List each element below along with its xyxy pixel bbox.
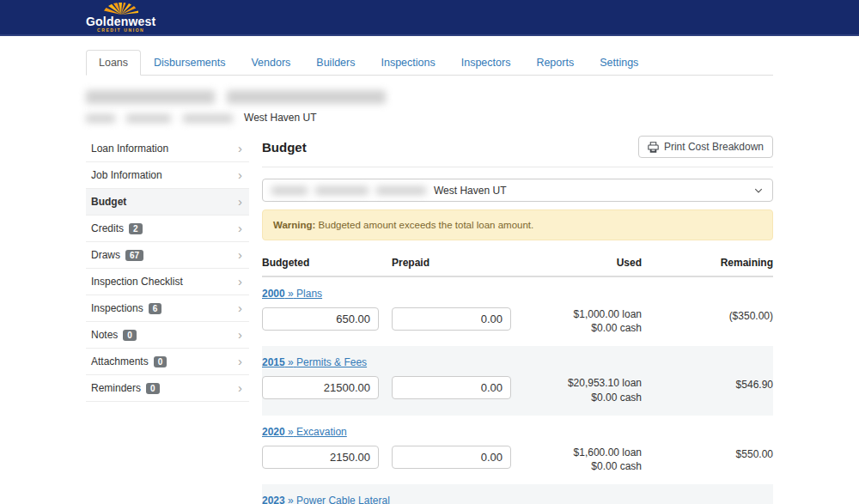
used-amounts: $1,600.00 loan $0.00 cash — [524, 446, 642, 473]
count-badge: 0 — [123, 330, 137, 341]
budget-line-link[interactable]: 2020 » Excavation — [262, 426, 347, 438]
tab-settings[interactable]: Settings — [587, 50, 651, 76]
used-cash-amount: $0.00 cash — [524, 459, 642, 473]
chevron-down-icon — [753, 185, 764, 196]
selected-loan-location: West Haven UT — [434, 185, 506, 197]
sidebar-item-notes[interactable]: Notes 0 › — [86, 322, 249, 349]
budget-warning-alert: Warning: Budgeted amount exceeds the tot… — [262, 209, 773, 240]
sidebar-item-label: Inspections — [91, 302, 143, 314]
chevron-right-icon: › — [238, 304, 242, 313]
budget-row: 2023 » Power Cable Lateral $720.00 loan … — [262, 484, 773, 504]
loan-selector-dropdown[interactable]: West Haven UT — [262, 179, 773, 202]
sidebar-item-inspection-checklist[interactable]: Inspection Checklist › — [86, 269, 249, 295]
budget-line-code: 2000 — [262, 288, 285, 300]
chevron-right-icon: › — [238, 224, 242, 233]
sidebar-item-attachments[interactable]: Attachments 0 › — [86, 349, 249, 375]
redacted-text — [126, 114, 171, 123]
redacted-text — [315, 186, 369, 195]
used-amounts: $20,953.10 loan $0.00 cash — [524, 376, 642, 404]
nav-tabs: Loans Disbursements Vendors Builders Ins… — [86, 50, 773, 76]
remaining-amount: $550.00 — [655, 448, 773, 473]
warning-label: Warning: — [273, 220, 315, 230]
loan-sidebar: Loan Information › Job Information › Bud… — [86, 136, 249, 504]
column-header-used: Used — [524, 257, 642, 269]
tab-builders[interactable]: Builders — [303, 50, 368, 76]
logo-name: Goldenwest — [86, 15, 155, 27]
count-badge: 2 — [129, 223, 143, 234]
goldenwest-logo[interactable]: Goldenwest CREDIT UNION — [86, 2, 155, 33]
chevron-right-icon: › — [238, 251, 242, 259]
column-header-remaining: Remaining — [655, 257, 773, 269]
sidebar-item-credits[interactable]: Credits 2 › — [86, 216, 249, 242]
budgeted-input[interactable] — [262, 446, 379, 469]
sidebar-item-label: Loan Information — [91, 143, 168, 155]
redacted-text — [86, 114, 115, 123]
budget-rows: 2000 » Plans $1,000.00 loan $0.00 cash (… — [262, 277, 773, 504]
used-loan-amount: $1,600.00 loan — [524, 446, 642, 459]
sidebar-item-label: Notes — [91, 329, 118, 341]
count-badge: 0 — [154, 356, 168, 367]
budgeted-input[interactable] — [262, 376, 379, 399]
chevron-right-icon: › — [238, 144, 242, 153]
budget-line-link[interactable]: 2023 » Power Cable Lateral — [262, 495, 390, 504]
printer-icon — [648, 142, 659, 153]
remaining-amount: $546.90 — [655, 379, 773, 404]
count-badge: 0 — [146, 383, 160, 394]
tab-loans[interactable]: Loans — [86, 50, 141, 76]
tab-inspections[interactable]: Inspections — [368, 50, 448, 76]
count-badge: 67 — [125, 250, 143, 261]
budget-line-name: Plans — [296, 288, 322, 300]
budget-row: 2000 » Plans $1,000.00 loan $0.00 cash (… — [262, 277, 773, 346]
sidebar-item-loan-information[interactable]: Loan Information › — [86, 136, 249, 162]
prepaid-input[interactable] — [392, 307, 511, 331]
sidebar-item-job-information[interactable]: Job Information › — [86, 162, 249, 189]
redacted-text — [376, 186, 426, 195]
budget-table-header: Budgeted Prepaid Used Remaining — [262, 240, 773, 277]
loan-location: West Haven UT — [244, 112, 316, 124]
budgeted-input[interactable] — [262, 307, 379, 331]
print-button-label: Print Cost Breakdown — [664, 141, 764, 153]
sidebar-item-label: Inspection Checklist — [91, 276, 183, 288]
budget-row: 2020 » Excavation $1,600.00 loan $0.00 c… — [262, 416, 773, 484]
sidebar-item-inspections[interactable]: Inspections 6 › — [86, 295, 249, 322]
budget-line-code: 2020 — [262, 426, 285, 438]
print-cost-breakdown-button[interactable]: Print Cost Breakdown — [638, 136, 773, 158]
loan-subtitle: West Haven UT — [86, 112, 773, 124]
sidebar-item-label: Attachments — [91, 355, 149, 367]
redacted-text — [86, 90, 215, 104]
column-header-prepaid: Prepaid — [392, 257, 511, 269]
sidebar-item-label: Job Information — [91, 169, 162, 181]
budget-panel-header: Budget Print Cost Breakdown — [262, 136, 773, 167]
sidebar-item-draws[interactable]: Draws 67 › — [86, 242, 249, 269]
tab-inspectors[interactable]: Inspectors — [448, 50, 524, 76]
prepaid-input[interactable] — [392, 376, 511, 399]
chevron-right-icon: › — [238, 357, 242, 366]
chevron-right-icon: › — [238, 171, 242, 179]
tab-vendors[interactable]: Vendors — [238, 50, 303, 76]
sidebar-item-budget[interactable]: Budget › — [86, 189, 249, 216]
column-header-budgeted: Budgeted — [262, 257, 379, 269]
redacted-text — [271, 186, 308, 195]
used-amounts: $1,000.00 loan $0.00 cash — [524, 307, 642, 335]
budget-line-link[interactable]: 2015 » Permits & Fees — [262, 356, 367, 368]
sidebar-item-reminders[interactable]: Reminders 0 › — [86, 375, 249, 402]
prepaid-input[interactable] — [392, 446, 511, 469]
budget-line-code: 2023 — [262, 495, 285, 504]
chevron-right-icon: › — [238, 197, 242, 206]
redacted-text — [183, 114, 233, 123]
sidebar-item-label: Draws — [91, 249, 120, 261]
chevron-right-icon: › — [238, 331, 242, 339]
remaining-amount: ($350.00) — [655, 310, 773, 335]
tab-reports[interactable]: Reports — [523, 50, 587, 76]
budget-line-name: Permits & Fees — [296, 356, 367, 368]
budget-line-code: 2015 — [262, 356, 285, 368]
budget-line-link[interactable]: 2000 » Plans — [262, 288, 322, 300]
redacted-text — [227, 90, 386, 104]
used-cash-amount: $0.00 cash — [524, 391, 642, 404]
sidebar-item-label: Reminders — [91, 382, 141, 394]
tab-disbursements[interactable]: Disbursements — [141, 50, 238, 76]
used-loan-amount: $1,000.00 loan — [524, 307, 642, 321]
used-cash-amount: $0.00 cash — [524, 321, 642, 335]
loan-title-section: West Haven UT — [86, 76, 773, 134]
chevron-right-icon: › — [238, 384, 242, 392]
